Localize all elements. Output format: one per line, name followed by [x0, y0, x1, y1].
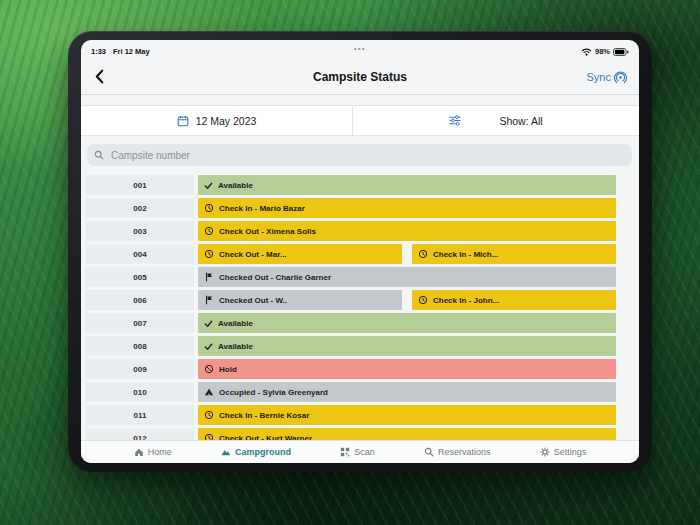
app-screen: 1:33 Fri 12 May ••• 98% Campsite Status [81, 40, 639, 463]
home-icon [134, 447, 144, 457]
status-bar-check-in[interactable]: Check In - Mario Bazar [198, 198, 616, 218]
status-label: Checked Out - W.. [219, 296, 287, 305]
clock-icon [204, 410, 214, 420]
status-bars: Check Out - Ximena Solis [198, 221, 616, 241]
status-label: Available [218, 319, 253, 328]
campsite-number: 001 [86, 175, 194, 195]
status-label: Occupied - Sylvia Greenyard [219, 388, 328, 397]
tab-label: Home [148, 447, 172, 457]
campsite-number: 008 [86, 336, 194, 356]
search-icon [94, 150, 104, 160]
status-label: Check Out - Ximena Solis [219, 227, 316, 236]
show-filter[interactable]: Show: All [353, 106, 639, 135]
status-bar: 1:33 Fri 12 May ••• 98% [81, 40, 639, 60]
table-row: 011Check In - Bernie Kosar [86, 405, 616, 425]
wifi-icon [581, 48, 592, 56]
status-label: Check In - Bernie Kosar [219, 411, 309, 420]
status-bars: Occupied - Sylvia Greenyard [198, 382, 616, 402]
battery-percent: 98% [595, 47, 610, 56]
status-bar-available[interactable]: Available [198, 175, 616, 195]
status-label: Available [218, 342, 253, 351]
tab-label: Scan [354, 447, 375, 457]
tent-icon [204, 387, 214, 397]
table-row: 003Check Out - Ximena Solis [86, 221, 616, 241]
campsite-number: 004 [86, 244, 194, 264]
table-row: 008Available [86, 336, 616, 356]
clock-icon [418, 295, 428, 305]
search-area [81, 136, 639, 166]
page-title: Campsite Status [81, 70, 639, 84]
clock-icon [204, 203, 214, 213]
status-time: 1:33 [91, 47, 106, 56]
status-label: Checked Out - Charlie Garner [219, 273, 331, 282]
tab-home[interactable]: Home [134, 447, 172, 457]
status-bar-check-in[interactable]: Check In - John... [412, 290, 616, 310]
search-field[interactable] [87, 144, 632, 166]
status-label: Hold [219, 365, 237, 374]
filter-sliders-icon [449, 115, 461, 126]
status-label: Check Out - Mar... [219, 250, 287, 259]
status-bar-occupied[interactable]: Occupied - Sylvia Greenyard [198, 382, 616, 402]
multitask-dots-icon: ••• [354, 45, 366, 52]
status-bars: Check In - Mario Bazar [198, 198, 616, 218]
tab-label: Campground [235, 447, 291, 457]
status-date: Fri 12 May [113, 47, 150, 56]
status-bar-check-out[interactable]: Check Out - Ximena Solis [198, 221, 616, 241]
tab-bar: HomeCampgroundScanReservationsSettings [81, 440, 639, 463]
status-bar-check-in[interactable]: Check In - Mich... [412, 244, 616, 264]
status-bars: Available [198, 336, 616, 356]
tab-scan[interactable]: Scan [340, 447, 375, 457]
tab-campground[interactable]: Campground [221, 447, 291, 457]
nav-bar: Campsite Status Sync [81, 60, 639, 94]
clock-icon [204, 226, 214, 236]
battery-icon [613, 48, 629, 56]
campsite-number: 007 [86, 313, 194, 333]
sync-button[interactable]: Sync [587, 71, 627, 84]
tab-label: Settings [554, 447, 587, 457]
scan-icon [340, 447, 350, 457]
status-bar-available[interactable]: Available [198, 313, 616, 333]
tab-settings[interactable]: Settings [540, 447, 587, 457]
campsite-number: 009 [86, 359, 194, 379]
block-icon [204, 364, 214, 374]
check-icon [204, 181, 213, 190]
calendar-icon [177, 115, 189, 127]
status-bars: Hold [198, 359, 616, 379]
show-filter-value: Show: All [499, 115, 542, 127]
magnifier-icon [424, 447, 434, 457]
tab-reservations[interactable]: Reservations [424, 447, 491, 457]
campsite-number: 002 [86, 198, 194, 218]
table-row: 002Check In - Mario Bazar [86, 198, 616, 218]
table-row: 004Check Out - Mar...Check In - Mich... [86, 244, 616, 264]
sync-icon [614, 71, 627, 84]
campsite-number: 003 [86, 221, 194, 241]
status-bar-hold[interactable]: Hold [198, 359, 616, 379]
status-label: Check In - Mich... [433, 250, 498, 259]
status-bars: Available [198, 175, 616, 195]
check-icon [204, 342, 213, 351]
status-bar-check-in[interactable]: Check In - Bernie Kosar [198, 405, 616, 425]
status-bars: Checked Out - W..Check In - John... [198, 290, 616, 310]
sync-button-label: Sync [587, 71, 611, 83]
gear-icon [540, 447, 550, 457]
search-input[interactable] [109, 149, 625, 162]
flag-icon [204, 295, 214, 305]
status-bars: Check Out - Mar...Check In - Mich... [198, 244, 616, 264]
campsite-number: 006 [86, 290, 194, 310]
campsite-number: 010 [86, 382, 194, 402]
tab-label: Reservations [438, 447, 491, 457]
status-bar-checked-out[interactable]: Checked Out - Charlie Garner [198, 267, 616, 287]
status-bar-checked-out[interactable]: Checked Out - W.. [198, 290, 402, 310]
table-row: 001Available [86, 175, 616, 195]
status-bar-check-out[interactable]: Check Out - Mar... [198, 244, 402, 264]
status-label: Available [218, 181, 253, 190]
table-row: 005Checked Out - Charlie Garner [86, 267, 616, 287]
status-bars: Checked Out - Charlie Garner [198, 267, 616, 287]
campsite-number: 011 [86, 405, 194, 425]
table-row: 010Occupied - Sylvia Greenyard [86, 382, 616, 402]
date-picker[interactable]: 12 May 2023 [81, 106, 353, 135]
clock-icon [204, 249, 214, 259]
status-label: Check In - John... [433, 296, 499, 305]
status-bar-available[interactable]: Available [198, 336, 616, 356]
clock-icon [418, 249, 428, 259]
